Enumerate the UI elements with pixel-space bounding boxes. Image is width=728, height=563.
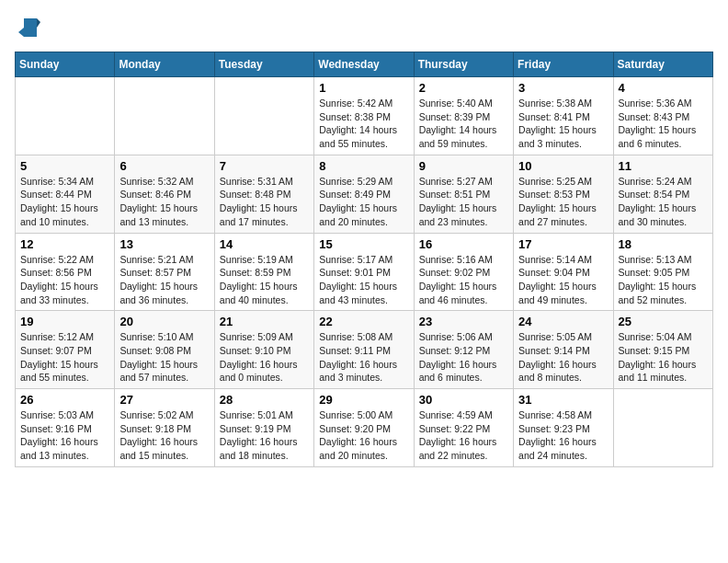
- day-number: 24: [518, 315, 608, 328]
- day-number: 23: [419, 315, 508, 328]
- day-info: Sunrise: 5:32 AMSunset: 8:46 PMDaylight:…: [119, 175, 209, 229]
- calendar-cell: 17Sunrise: 5:14 AMSunset: 9:04 PMDayligh…: [514, 233, 613, 311]
- day-number: 14: [220, 237, 309, 251]
- day-info: Sunrise: 5:36 AMSunset: 8:43 PMDaylight:…: [619, 97, 708, 151]
- calendar-cell: [16, 77, 115, 155]
- svg-marker-1: [24, 18, 37, 28]
- day-info: Sunrise: 5:24 AMSunset: 8:54 PMDaylight:…: [619, 175, 708, 229]
- week-row-1: 5Sunrise: 5:34 AMSunset: 8:44 PMDaylight…: [16, 155, 713, 233]
- week-row-3: 19Sunrise: 5:12 AMSunset: 9:07 PMDayligh…: [16, 311, 713, 389]
- calendar-cell: 6Sunrise: 5:32 AMSunset: 8:46 PMDaylight…: [115, 155, 214, 233]
- day-info: Sunrise: 5:06 AMSunset: 9:12 PMDaylight:…: [419, 330, 508, 385]
- calendar-cell: 1Sunrise: 5:42 AMSunset: 8:38 PMDaylight…: [314, 77, 414, 155]
- calendar-cell: 8Sunrise: 5:29 AMSunset: 8:49 PMDaylight…: [314, 155, 414, 233]
- day-number: 4: [619, 81, 708, 95]
- calendar-cell: 31Sunrise: 4:58 AMSunset: 9:23 PMDayligh…: [514, 389, 613, 467]
- calendar-cell: 26Sunrise: 5:03 AMSunset: 9:16 PMDayligh…: [16, 389, 115, 467]
- day-number: 29: [319, 393, 408, 407]
- day-info: Sunrise: 5:27 AMSunset: 8:51 PMDaylight:…: [419, 175, 508, 229]
- day-number: 26: [20, 393, 109, 407]
- day-number: 10: [518, 159, 608, 173]
- day-info: Sunrise: 4:59 AMSunset: 9:22 PMDaylight:…: [419, 408, 508, 463]
- calendar-cell: [115, 77, 214, 155]
- day-number: 19: [20, 315, 109, 328]
- day-number: 13: [119, 237, 209, 251]
- day-info: Sunrise: 5:29 AMSunset: 8:49 PMDaylight:…: [319, 175, 408, 229]
- calendar-cell: 27Sunrise: 5:02 AMSunset: 9:18 PMDayligh…: [115, 389, 214, 467]
- calendar-cell: 20Sunrise: 5:10 AMSunset: 9:08 PMDayligh…: [115, 311, 214, 389]
- calendar-cell: 25Sunrise: 5:04 AMSunset: 9:15 PMDayligh…: [613, 311, 712, 389]
- calendar-cell: 29Sunrise: 5:00 AMSunset: 9:20 PMDayligh…: [314, 389, 414, 467]
- calendar-cell: 24Sunrise: 5:05 AMSunset: 9:14 PMDayligh…: [514, 311, 613, 389]
- logo: [15, 15, 44, 40]
- header-day-tuesday: Tuesday: [214, 52, 313, 77]
- calendar-cell: 7Sunrise: 5:31 AMSunset: 8:48 PMDaylight…: [214, 155, 313, 233]
- header-row: SundayMondayTuesdayWednesdayThursdayFrid…: [16, 52, 713, 77]
- day-number: 2: [419, 81, 508, 95]
- calendar-cell: 5Sunrise: 5:34 AMSunset: 8:44 PMDaylight…: [16, 155, 115, 233]
- header-day-saturday: Saturday: [613, 52, 712, 77]
- day-number: 16: [419, 237, 508, 251]
- day-number: 1: [319, 81, 408, 95]
- day-info: Sunrise: 5:00 AMSunset: 9:20 PMDaylight:…: [319, 408, 408, 463]
- day-number: 30: [419, 393, 508, 407]
- day-info: Sunrise: 5:12 AMSunset: 9:07 PMDaylight:…: [20, 330, 109, 385]
- logo-icon: [15, 15, 40, 40]
- header-day-sunday: Sunday: [16, 52, 115, 77]
- day-info: Sunrise: 5:09 AMSunset: 9:10 PMDaylight:…: [220, 330, 309, 385]
- calendar-cell: [613, 389, 712, 467]
- day-info: Sunrise: 5:42 AMSunset: 8:38 PMDaylight:…: [319, 97, 408, 151]
- day-info: Sunrise: 5:14 AMSunset: 9:04 PMDaylight:…: [518, 253, 608, 307]
- day-number: 22: [319, 315, 408, 328]
- calendar-body: 1Sunrise: 5:42 AMSunset: 8:38 PMDaylight…: [16, 77, 713, 467]
- header-day-friday: Friday: [514, 52, 613, 77]
- calendar-cell: 9Sunrise: 5:27 AMSunset: 8:51 PMDaylight…: [414, 155, 513, 233]
- calendar-cell: 23Sunrise: 5:06 AMSunset: 9:12 PMDayligh…: [414, 311, 513, 389]
- week-row-2: 12Sunrise: 5:22 AMSunset: 8:56 PMDayligh…: [16, 233, 713, 311]
- calendar-cell: 11Sunrise: 5:24 AMSunset: 8:54 PMDayligh…: [613, 155, 712, 233]
- day-info: Sunrise: 4:58 AMSunset: 9:23 PMDaylight:…: [518, 408, 608, 463]
- day-number: 17: [518, 237, 608, 251]
- calendar-cell: 30Sunrise: 4:59 AMSunset: 9:22 PMDayligh…: [414, 389, 513, 467]
- calendar-cell: 10Sunrise: 5:25 AMSunset: 8:53 PMDayligh…: [514, 155, 613, 233]
- day-info: Sunrise: 5:22 AMSunset: 8:56 PMDaylight:…: [20, 253, 109, 307]
- day-info: Sunrise: 5:16 AMSunset: 9:02 PMDaylight:…: [419, 253, 508, 307]
- day-number: 12: [20, 237, 109, 251]
- calendar-cell: 12Sunrise: 5:22 AMSunset: 8:56 PMDayligh…: [16, 233, 115, 311]
- day-info: Sunrise: 5:38 AMSunset: 8:41 PMDaylight:…: [518, 97, 608, 151]
- day-number: 31: [518, 393, 608, 407]
- day-number: 9: [419, 159, 508, 173]
- day-info: Sunrise: 5:05 AMSunset: 9:14 PMDaylight:…: [518, 330, 608, 385]
- week-row-0: 1Sunrise: 5:42 AMSunset: 8:38 PMDaylight…: [16, 77, 713, 155]
- calendar-cell: 28Sunrise: 5:01 AMSunset: 9:19 PMDayligh…: [214, 389, 313, 467]
- day-number: 20: [119, 315, 209, 328]
- calendar-cell: 2Sunrise: 5:40 AMSunset: 8:39 PMDaylight…: [414, 77, 513, 155]
- header-day-wednesday: Wednesday: [314, 52, 414, 77]
- day-info: Sunrise: 5:19 AMSunset: 8:59 PMDaylight:…: [220, 253, 309, 307]
- day-number: 6: [119, 159, 209, 173]
- day-info: Sunrise: 5:31 AMSunset: 8:48 PMDaylight:…: [220, 175, 309, 229]
- calendar-cell: 14Sunrise: 5:19 AMSunset: 8:59 PMDayligh…: [214, 233, 313, 311]
- calendar-cell: 19Sunrise: 5:12 AMSunset: 9:07 PMDayligh…: [16, 311, 115, 389]
- week-row-4: 26Sunrise: 5:03 AMSunset: 9:16 PMDayligh…: [16, 389, 713, 467]
- day-info: Sunrise: 5:03 AMSunset: 9:16 PMDaylight:…: [20, 408, 109, 463]
- day-number: 18: [619, 237, 708, 251]
- day-info: Sunrise: 5:04 AMSunset: 9:15 PMDaylight:…: [619, 330, 708, 385]
- day-number: 3: [518, 81, 608, 95]
- day-info: Sunrise: 5:10 AMSunset: 9:08 PMDaylight:…: [119, 330, 209, 385]
- day-number: 28: [220, 393, 309, 407]
- calendar-cell: [214, 77, 313, 155]
- day-number: 11: [619, 159, 708, 173]
- day-info: Sunrise: 5:08 AMSunset: 9:11 PMDaylight:…: [319, 330, 408, 385]
- day-info: Sunrise: 5:34 AMSunset: 8:44 PMDaylight:…: [20, 175, 109, 229]
- day-number: 7: [220, 159, 309, 173]
- day-info: Sunrise: 5:25 AMSunset: 8:53 PMDaylight:…: [518, 175, 608, 229]
- calendar-table: SundayMondayTuesdayWednesdayThursdayFrid…: [15, 52, 713, 467]
- day-info: Sunrise: 5:21 AMSunset: 8:57 PMDaylight:…: [119, 253, 209, 307]
- day-number: 27: [119, 393, 209, 407]
- calendar-cell: 13Sunrise: 5:21 AMSunset: 8:57 PMDayligh…: [115, 233, 214, 311]
- day-info: Sunrise: 5:17 AMSunset: 9:01 PMDaylight:…: [319, 253, 408, 307]
- header-day-monday: Monday: [115, 52, 214, 77]
- day-number: 25: [619, 315, 708, 328]
- day-info: Sunrise: 5:40 AMSunset: 8:39 PMDaylight:…: [419, 97, 508, 151]
